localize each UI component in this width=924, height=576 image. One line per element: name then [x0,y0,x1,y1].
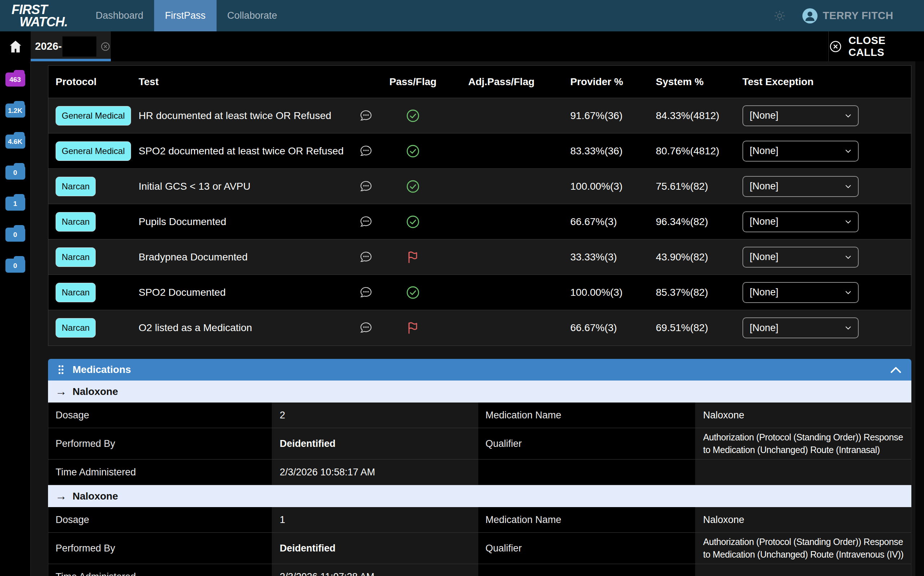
medication-detail-row: Dosage 1 Medication Name Naloxone [48,507,911,533]
provider-pct: 91.67%(36) [561,110,648,122]
pass-icon [405,285,420,300]
field-label: Qualifier [478,533,695,564]
system-pct: 96.34%(82) [648,216,734,227]
col-test: Test [132,76,348,88]
chevron-down-icon [845,254,852,260]
field-value: Authorization (Protocol (Standing Order)… [695,533,911,564]
sidebar-folder-0a[interactable]: 0 [5,163,25,179]
comment-icon[interactable] [359,179,373,194]
medications-title: Medications [72,364,131,376]
sidebar-folder-0c[interactable]: 0 [5,256,25,273]
call-tab-2026[interactable]: 2026- [30,31,111,61]
test-exception-select[interactable]: [None] [743,176,859,197]
nav-tab-label: Collaborate [228,10,277,21]
comment-icon[interactable] [359,250,373,264]
chevron-down-icon [845,325,852,331]
nav-tab-dashboard[interactable]: Dashboard [85,0,154,31]
medication-detail-row: Time Administered 2/3/2026 10:58:17 AM [48,459,911,485]
medication-detail-row: Dosage 2 Medication Name Naloxone [48,403,911,428]
test-exception-select[interactable]: [None] [743,317,859,338]
pass-icon [405,144,420,159]
redacted-call-id [63,37,96,57]
close-calls-icon [829,40,842,53]
nav-tab-firstpass[interactable]: FirstPass [154,0,217,31]
table-row: General Medical HR documented at least t… [48,98,911,133]
chevron-down-icon [845,290,852,295]
active-tab-underline [30,59,111,61]
system-pct: 84.33%(4812) [648,110,734,122]
home-button[interactable] [0,31,30,61]
medication-group-name: Naloxone [72,491,118,502]
close-tab-icon[interactable] [100,41,111,52]
field-label: Medication Name [478,403,695,428]
test-name: SPO2 Documented [132,287,348,298]
selected-exception: [None] [750,110,845,121]
comment-icon[interactable] [359,285,373,300]
field-label: Dosage [48,507,272,532]
medication-group-header[interactable]: → Naloxone [48,381,911,403]
table-row: Narcan O2 listed as a Medication 66.67%(… [48,310,911,346]
flag-icon [406,250,420,264]
sidebar-folder-1[interactable]: 1 [5,194,25,211]
field-value: Deidentified [272,533,478,564]
test-exception-select[interactable]: [None] [743,141,859,162]
test-name: HR documented at least twice OR Refused [132,110,348,122]
main-nav: Dashboard FirstPass Collaborate [85,0,288,31]
field-value [695,459,911,485]
comment-icon[interactable] [359,109,373,123]
vertical-scrollbar[interactable] [915,61,924,576]
call-tab-label: 2026- [35,40,62,52]
medication-detail-row: Performed By Deidentified Qualifier Auth… [48,533,911,564]
provider-pct: 83.33%(36) [561,146,648,157]
test-name: SPO2 documented at least twice OR Refuse… [132,146,348,157]
user-menu[interactable]: TERRY FITCH [802,8,894,24]
field-value: Authorization (Protocol (Standing Order)… [695,428,911,459]
flag-icon [406,321,420,335]
test-exception-select[interactable]: [None] [743,105,859,126]
folder-count: 0 [5,259,25,273]
comment-icon[interactable] [359,214,373,229]
sidebar-folder-4-6k[interactable]: 4.6K [5,132,25,149]
test-exception-select[interactable]: [None] [743,247,859,268]
sidebar-folder-463[interactable]: 463 [5,70,25,86]
user-avatar-icon [802,8,818,24]
comment-icon[interactable] [359,144,373,158]
col-provider: Provider % [561,76,648,88]
arrow-right-icon: → [55,490,67,503]
provider-pct: 66.67%(3) [561,216,648,227]
test-exception-select[interactable]: [None] [743,282,859,303]
firstwatch-logo: FIRST WATCH. [0,0,85,31]
collapse-chevron-up-icon[interactable] [890,366,902,374]
field-value: Deidentified [272,428,478,459]
col-test-exception: Test Exception [734,76,911,88]
protocol-badge: Narcan [56,247,96,267]
protocol-badge: Narcan [56,177,96,196]
selected-exception: [None] [750,251,845,262]
logo-line2: WATCH. [11,16,85,28]
table-row: Narcan SPO2 Documented 100.00%(3) 85.37%… [48,275,911,310]
system-pct: 85.37%(82) [648,287,734,298]
user-name: TERRY FITCH [823,10,894,22]
sidebar-folder-0b[interactable]: 0 [5,225,25,242]
test-name: Initial GCS < 13 or AVPU [132,181,348,192]
protocol-badge: Narcan [56,318,96,338]
comment-icon[interactable] [359,321,373,335]
nav-tab-label: Dashboard [96,10,143,21]
nav-tab-collaborate[interactable]: Collaborate [217,0,288,31]
theme-sun-icon[interactable] [773,10,786,22]
drag-handle-icon[interactable] [58,364,64,375]
selected-exception: [None] [750,216,845,227]
medication-detail-row: Time Administered 2/3/2026 11:07:28 AM [48,564,911,576]
field-label: Performed By [48,428,272,459]
test-exception-select[interactable]: [None] [743,211,859,232]
medications-panel: Medications → Naloxone Dosage 2 Medicati… [48,359,911,576]
sidebar-folder-1-2k[interactable]: 1.2K [5,101,25,118]
col-protocol: Protocol [48,76,132,88]
medication-group-name: Naloxone [72,386,118,397]
arrow-right-icon: → [55,385,67,398]
protocol-badge: Narcan [56,212,96,232]
close-calls-button[interactable]: CLOSE CALLS [828,31,924,61]
field-label: Performed By [48,533,272,564]
medications-header[interactable]: Medications [48,359,911,381]
medication-group-header[interactable]: → Naloxone [48,485,911,507]
